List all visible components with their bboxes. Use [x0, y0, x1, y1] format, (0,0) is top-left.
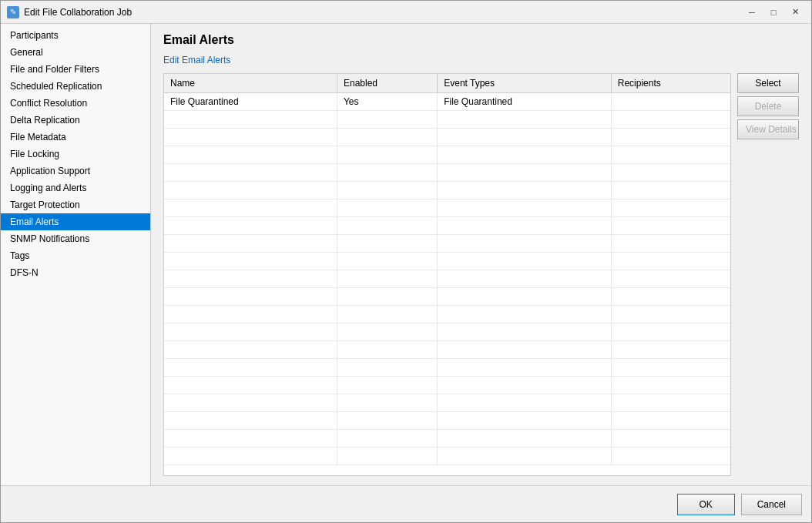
table-row-empty: [164, 448, 730, 465]
col-name: Name: [164, 74, 337, 93]
sidebar-item-file-locking[interactable]: File Locking: [1, 146, 150, 163]
titlebar: ✎ Edit File Collaboration Job ─ □ ✕: [1, 1, 811, 24]
table-row-empty: [164, 129, 730, 146]
sidebar-item-participants[interactable]: Participants: [1, 27, 150, 44]
sidebar-item-general[interactable]: General: [1, 44, 150, 61]
table-row-empty: [164, 288, 730, 306]
email-alerts-table-container: Name Enabled Event Types Recipients File…: [163, 73, 731, 476]
ok-button[interactable]: OK: [677, 494, 735, 515]
sidebar-item-dfs-n[interactable]: DFS-N: [1, 264, 150, 281]
col-recipients: Recipients: [611, 74, 730, 93]
table-row-empty: [164, 199, 730, 217]
select-button[interactable]: Select: [737, 73, 799, 93]
page-title: Email Alerts: [163, 33, 799, 47]
sidebar-item-target-protection[interactable]: Target Protection: [1, 196, 150, 213]
edit-email-alerts-link[interactable]: Edit Email Alerts: [163, 55, 799, 65]
sidebar-item-scheduled-replication[interactable]: Scheduled Replication: [1, 78, 150, 95]
main-panel: Email Alerts Edit Email Alerts Name Enab…: [151, 24, 811, 485]
sidebar-item-application-support[interactable]: Application Support: [1, 163, 150, 179]
table-row-empty: [164, 146, 730, 164]
table-row-empty: [164, 235, 730, 253]
sidebar-item-conflict-resolution[interactable]: Conflict Resolution: [1, 95, 150, 112]
table-row-empty: [164, 217, 730, 235]
view-details-button[interactable]: View Details: [737, 119, 799, 139]
sidebar-item-snmp-notifications[interactable]: SNMP Notifications: [1, 230, 150, 247]
table-row-empty: [164, 270, 730, 288]
table-row-empty: [164, 182, 730, 199]
delete-button[interactable]: Delete: [737, 96, 799, 116]
sidebar-item-tags[interactable]: Tags: [1, 247, 150, 264]
app-icon: ✎: [7, 6, 19, 18]
table-row-empty: [164, 306, 730, 324]
cancel-button[interactable]: Cancel: [741, 494, 802, 515]
content-area: ParticipantsGeneralFile and Folder Filte…: [1, 24, 811, 485]
main-window: ✎ Edit File Collaboration Job ─ □ ✕ Part…: [0, 0, 812, 523]
sidebar: ParticipantsGeneralFile and Folder Filte…: [1, 24, 151, 485]
sidebar-item-file-metadata[interactable]: File Metadata: [1, 129, 150, 146]
sidebar-item-email-alerts[interactable]: Email Alerts: [1, 213, 150, 230]
table-row-empty: [164, 377, 730, 394]
maximize-button[interactable]: □: [763, 4, 783, 21]
col-enabled: Enabled: [337, 74, 437, 93]
table-header: Name Enabled Event Types Recipients: [164, 74, 730, 93]
footer: OK Cancel: [1, 485, 811, 522]
table-row-empty: [164, 359, 730, 377]
side-buttons: Select Delete View Details: [737, 73, 799, 476]
table-row-empty: [164, 430, 730, 448]
table-row-empty: [164, 111, 730, 129]
sidebar-item-delta-replication[interactable]: Delta Replication: [1, 112, 150, 129]
col-event-types: Event Types: [438, 74, 612, 93]
table-row[interactable]: File QuarantinedYesFile Quarantined: [164, 93, 730, 111]
cell-enabled: Yes: [337, 93, 437, 111]
titlebar-buttons: ─ □ ✕: [742, 4, 805, 21]
window-title: Edit File Collaboration Job: [24, 7, 742, 18]
email-alerts-table: Name Enabled Event Types Recipients File…: [164, 74, 730, 465]
minimize-button[interactable]: ─: [742, 4, 762, 21]
table-row-empty: [164, 324, 730, 341]
table-area: Name Enabled Event Types Recipients File…: [163, 73, 799, 476]
cell-recipients: [611, 93, 730, 111]
table-row-empty: [164, 341, 730, 359]
sidebar-item-file-and-folder-filters[interactable]: File and Folder Filters: [1, 61, 150, 78]
table-row-empty: [164, 412, 730, 430]
table-row-empty: [164, 253, 730, 270]
cell-name: File Quarantined: [164, 93, 337, 111]
table-row-empty: [164, 394, 730, 412]
cell-event_types: File Quarantined: [438, 93, 612, 111]
table-row-empty: [164, 164, 730, 182]
close-button[interactable]: ✕: [785, 4, 805, 21]
sidebar-item-logging-and-alerts[interactable]: Logging and Alerts: [1, 179, 150, 196]
table-body: File QuarantinedYesFile Quarantined: [164, 93, 730, 465]
